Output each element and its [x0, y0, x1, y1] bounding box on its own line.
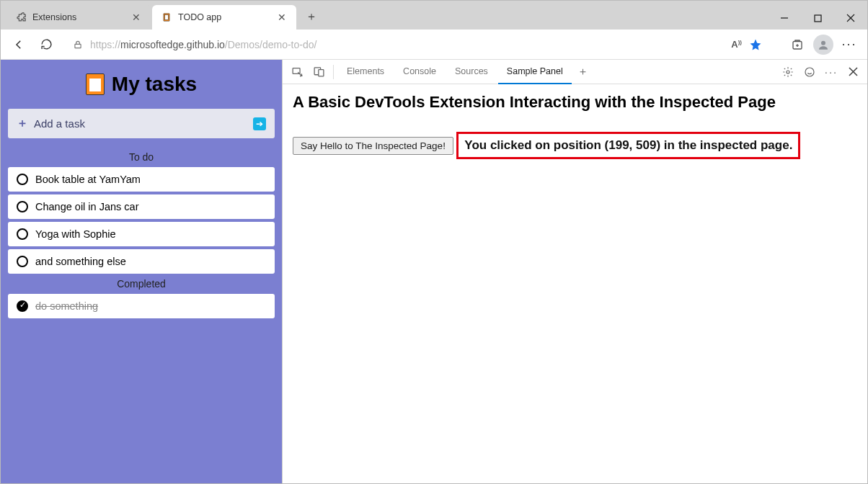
address-bar[interactable]: https://microsoftedge.github.io/Demos/de…	[66, 33, 774, 56]
browser-tabs: Extensions ✕ TODO app ✕ ＋	[1, 1, 322, 30]
lock-icon	[73, 40, 83, 50]
more-icon[interactable]: ···	[837, 32, 862, 57]
svg-point-8	[821, 40, 825, 45]
task-text: and something else	[35, 256, 126, 267]
task-item[interactable]: Book table at YamYam	[8, 167, 275, 192]
section-todo-label: To do	[8, 151, 275, 163]
new-tab-button[interactable]: ＋	[301, 6, 322, 27]
avatar-icon	[813, 35, 833, 55]
close-window-button[interactable]	[834, 6, 867, 30]
task-text: do something	[35, 300, 98, 312]
task-text: Yoga with Sophie	[35, 228, 116, 240]
content-area: My tasks ＋ Add a task ➔ To do Book table…	[1, 60, 867, 483]
devtools-tab-sources[interactable]: Sources	[446, 60, 497, 84]
back-button[interactable]	[6, 32, 31, 57]
section-completed-label: Completed	[8, 278, 275, 290]
svg-rect-11	[318, 70, 323, 76]
say-hello-button[interactable]: Say Hello to The Inspected Page!	[293, 137, 453, 155]
device-toggle-icon[interactable]	[309, 62, 329, 82]
checkbox-icon[interactable]	[17, 201, 28, 212]
settings-icon[interactable]	[778, 62, 798, 82]
profile-button[interactable]	[811, 32, 836, 57]
devtools-tab-elements[interactable]: Elements	[338, 60, 393, 84]
task-item[interactable]: Change oil in Jans car	[8, 194, 275, 219]
click-position-message: You clicked on position (199, 509) in th…	[464, 138, 792, 153]
devtools-tab-sample-panel[interactable]: Sample Panel	[498, 60, 572, 84]
close-icon[interactable]: ✕	[130, 12, 142, 23]
url-text: https://microsoftedge.github.io/Demos/de…	[90, 39, 728, 50]
tab-todo-app[interactable]: TODO app ✕	[152, 5, 296, 30]
puzzle-icon	[15, 12, 27, 23]
divider	[333, 65, 334, 79]
tab-label: TODO app	[178, 12, 270, 22]
collections-icon[interactable]	[785, 32, 810, 57]
devtools-panel: Elements Console Sources Sample Panel ＋ …	[282, 60, 867, 483]
feedback-icon[interactable]	[800, 62, 820, 82]
more-icon[interactable]: ···	[821, 62, 841, 82]
clipboard-icon	[161, 12, 172, 23]
devtools-tabstrip: Elements Console Sources Sample Panel ＋ …	[283, 60, 867, 84]
checkbox-icon[interactable]	[17, 256, 28, 267]
read-aloud-icon[interactable]: A))	[731, 39, 742, 50]
submit-task-button[interactable]: ➔	[253, 117, 266, 130]
clipboard-icon	[86, 73, 105, 95]
close-icon[interactable]: ✕	[276, 12, 288, 23]
add-task-placeholder: Add a task	[34, 117, 85, 130]
browser-titlebar: Extensions ✕ TODO app ✕ ＋	[1, 1, 867, 30]
tab-extensions[interactable]: Extensions ✕	[6, 5, 151, 30]
svg-rect-6	[75, 44, 81, 48]
checkbox-icon[interactable]	[17, 228, 28, 240]
refresh-button[interactable]	[34, 32, 58, 57]
devtools-body: A Basic DevTools Extension Interacting w…	[283, 84, 867, 168]
window-controls	[768, 6, 867, 30]
plus-icon: ＋	[17, 116, 28, 131]
add-task-input[interactable]: ＋ Add a task ➔	[8, 109, 275, 138]
panel-heading: A Basic DevTools Extension Interacting w…	[293, 93, 857, 112]
browser-toolbar: https://microsoftedge.github.io/Demos/de…	[1, 30, 867, 60]
minimize-button[interactable]	[768, 6, 801, 30]
todo-app: My tasks ＋ Add a task ➔ To do Book table…	[1, 60, 282, 483]
close-devtools-icon[interactable]	[843, 62, 863, 82]
add-panel-icon[interactable]: ＋	[573, 62, 593, 82]
svg-rect-3	[815, 15, 821, 22]
inspect-element-icon[interactable]	[287, 62, 307, 82]
app-title-text: My tasks	[112, 73, 197, 96]
task-item[interactable]: and something else	[8, 249, 275, 274]
checkbox-icon[interactable]	[17, 300, 28, 312]
task-text: Book table at YamYam	[35, 174, 141, 185]
task-text: Change oil in Jans car	[35, 201, 138, 212]
app-title: My tasks	[8, 73, 275, 96]
message-highlight-box: You clicked on position (199, 509) in th…	[456, 132, 800, 159]
devtools-tab-console[interactable]: Console	[394, 60, 445, 84]
svg-point-12	[787, 71, 789, 73]
maximize-button[interactable]	[801, 6, 834, 30]
toolbar-right-actions: ···	[785, 32, 862, 57]
svg-point-13	[805, 68, 814, 76]
task-item[interactable]: do something	[8, 294, 275, 318]
checkbox-icon[interactable]	[17, 174, 28, 185]
tab-label: Extensions	[32, 12, 125, 22]
task-item[interactable]: Yoga with Sophie	[8, 222, 275, 246]
favorite-icon[interactable]	[749, 38, 762, 51]
svg-rect-1	[165, 15, 169, 20]
